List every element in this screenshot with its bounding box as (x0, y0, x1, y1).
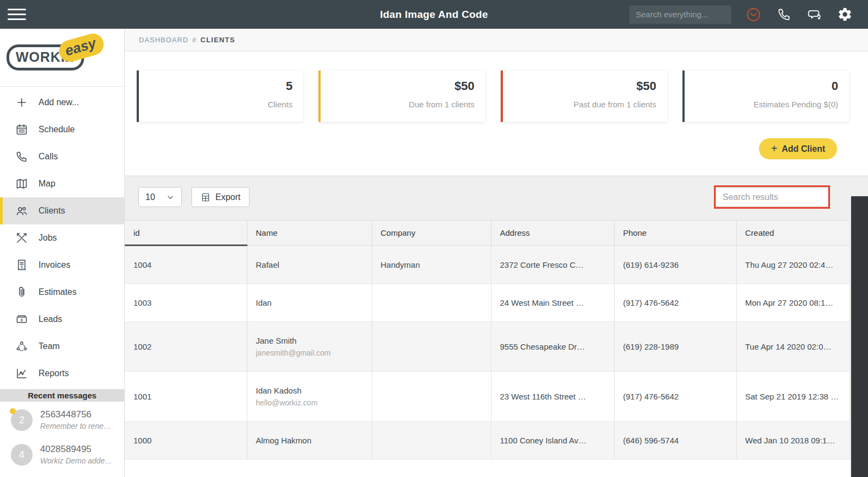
cell-id: 1002 (125, 322, 247, 372)
sidebar-item-map[interactable]: Map (0, 170, 124, 197)
sidebar-item-label: Schedule (39, 125, 75, 134)
phone-icon[interactable] (776, 7, 792, 23)
sidebar-item-label: Estimates (39, 287, 76, 297)
column-header-name[interactable]: Name (247, 221, 372, 246)
cell-name: Jane Smith janesmith@gmail.com (247, 322, 372, 372)
tools-icon (15, 231, 29, 244)
message-title: 4028589495 (40, 444, 112, 455)
stat-value: $50 (321, 79, 474, 93)
cell-created: Thu Aug 27 2020 02:4… (736, 246, 849, 284)
hamburger-icon[interactable] (0, 0, 33, 29)
sidebar-nav: Add new... Schedule Calls Map Clients (0, 87, 124, 387)
stat-cards: 5 Clients $50 Due from 1 clients $50 Pas… (137, 70, 849, 122)
column-header-phone[interactable]: Phone (614, 221, 736, 246)
topbar: Idan Image And Code (0, 0, 868, 29)
sidebar-item-jobs[interactable]: Jobs (0, 224, 124, 252)
sidebar-item-label: Add new... (39, 98, 79, 107)
invoice-icon: $ (15, 259, 29, 272)
paperclip-icon (15, 286, 29, 299)
plus-icon (15, 96, 29, 109)
cell-company (372, 372, 491, 422)
cell-created: Mon Apr 27 2020 08:1… (736, 284, 849, 322)
cell-name: Idan Kadosh hello@workiz.com (247, 372, 372, 422)
stat-card-due: $50 Due from 1 clients (318, 70, 485, 122)
export-button[interactable]: Export (192, 187, 250, 207)
sidebar-item-reports[interactable]: Reports (0, 360, 124, 387)
column-header-address[interactable]: Address (491, 221, 614, 246)
scrollbar[interactable] (851, 196, 868, 477)
message-preview: Workiz Demo adde… (40, 456, 112, 465)
cell-name: Rafael (247, 246, 372, 284)
cell-phone: (917) 476-5642 (614, 284, 736, 322)
column-header-created[interactable]: Created (736, 221, 849, 246)
sidebar-item-clients[interactable]: Clients (0, 197, 124, 224)
search-everything-input[interactable] (629, 5, 731, 24)
sidebar-item-label: Team (39, 341, 60, 351)
table-row[interactable]: 1002 Jane Smith janesmith@gmail.com 9555… (125, 322, 849, 372)
search-results-highlight (714, 185, 830, 209)
breadcrumb-dashboard-link[interactable]: DASHBOARD (139, 36, 188, 44)
cell-id: 1003 (125, 284, 247, 322)
recent-message-item[interactable]: 2 2563448756 Remember to rene… (0, 402, 124, 436)
sidebar-item-estimates[interactable]: Estimates (0, 279, 124, 306)
calendar-icon (15, 123, 29, 136)
svg-text:$: $ (21, 265, 23, 269)
table-row[interactable]: 1001 Idan Kadosh hello@workiz.com 23 Wes… (125, 372, 849, 422)
cell-address: 1100 Coney Island Av… (491, 422, 614, 460)
cell-email: janesmith@gmail.com (256, 349, 363, 357)
cell-phone: (917) 476-5642 (614, 372, 736, 422)
sidebar-item-leads[interactable]: $ Leads (0, 306, 124, 333)
phone-icon (15, 150, 29, 163)
avatar: 4 (11, 444, 33, 466)
cell-address: 9555 Chesapeake Dr… (491, 322, 614, 372)
recent-message-item[interactable]: 4 4028589495 Workiz Demo adde… (0, 436, 124, 471)
chat-icon[interactable] (806, 7, 822, 23)
sidebar-item-schedule[interactable]: Schedule (0, 116, 124, 143)
chart-icon (15, 367, 29, 380)
cell-created: Wed Jan 10 2018 09:1… (736, 422, 849, 460)
sidebar-item-label: Leads (39, 314, 62, 324)
cell-phone: (619) 228-1989 (614, 322, 736, 372)
add-client-button[interactable]: + Add Client (759, 138, 837, 159)
search-results-input[interactable] (716, 187, 828, 207)
cell-id: 1004 (125, 246, 247, 284)
gear-icon[interactable] (837, 7, 853, 23)
cell-name: Almog Hakmon (247, 422, 372, 460)
cell-address: 2372 Corte Fresco C… (491, 246, 614, 284)
cell-company (372, 422, 491, 460)
workiz-logo[interactable]: WORKIZ easy (0, 29, 124, 87)
table-header-row: id Name Company Address Phone Created (125, 221, 849, 246)
stat-label: Estimates Pending $(0) (685, 100, 838, 109)
map-icon (15, 177, 29, 190)
sidebar-item-invoices[interactable]: $ Invoices (0, 252, 124, 279)
column-header-id[interactable]: id (125, 221, 247, 246)
table-row[interactable]: 1004 Rafael Handyman 2372 Corte Fresco C… (125, 246, 849, 284)
table-row[interactable]: 1003 Idan 24 West Main Street … (917) 47… (125, 284, 849, 322)
sidebar-item-team[interactable]: Team (0, 333, 124, 360)
cell-name: Idan (247, 284, 372, 322)
sidebar-item-label: Map (39, 179, 55, 189)
page-size-select[interactable]: 10 (138, 187, 182, 207)
cell-created: Sat Sep 21 2019 12:38 … (736, 372, 849, 422)
unread-dot (10, 408, 16, 414)
clients-icon (15, 204, 29, 217)
stat-card-estimates: 0 Estimates Pending $(0) (682, 70, 849, 122)
plus-icon: + (771, 143, 777, 155)
sidebar-item-add-new[interactable]: Add new... (0, 89, 124, 116)
stat-value: 5 (139, 79, 292, 93)
column-header-company[interactable]: Company (372, 221, 491, 246)
clock-icon[interactable] (745, 7, 762, 23)
message-title: 2563448756 (40, 409, 111, 420)
sidebar-item-label: Reports (39, 369, 69, 378)
sidebar-item-calls[interactable]: Calls (0, 143, 124, 170)
cell-email: hello@workiz.com (256, 398, 363, 407)
table-row[interactable]: 1000 Almog Hakmon 1100 Coney Island Av… … (125, 422, 849, 460)
sidebar-item-label: Clients (39, 206, 65, 216)
main-content: DASHBOARD # CLIENTS 5 Clients $50 Due fr… (125, 29, 868, 477)
sidebar-item-label: Calls (39, 152, 58, 162)
message-preview: Remember to rene… (40, 422, 111, 430)
cell-address: 24 West Main Street … (491, 284, 614, 322)
sidebar-item-label: Invoices (39, 260, 71, 270)
cell-id: 1001 (125, 372, 247, 422)
sidebar-item-label: Jobs (39, 233, 57, 243)
